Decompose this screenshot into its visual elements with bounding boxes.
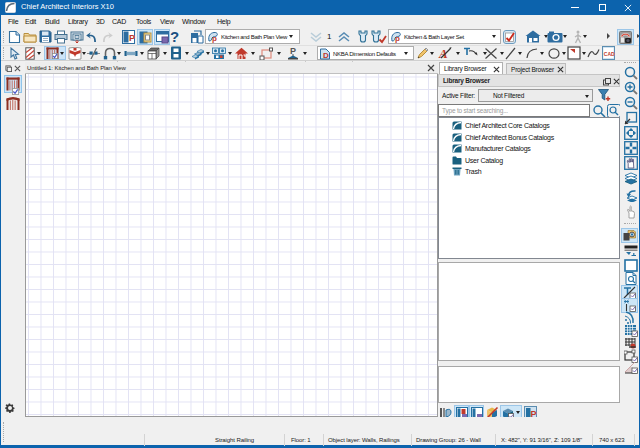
svg-text:p: p [212,34,217,43]
svg-text:P: P [129,33,135,43]
svg-text:CAD: CAD [604,51,615,57]
svg-text:p: p [395,34,400,43]
svg-text:D: D [323,51,329,60]
